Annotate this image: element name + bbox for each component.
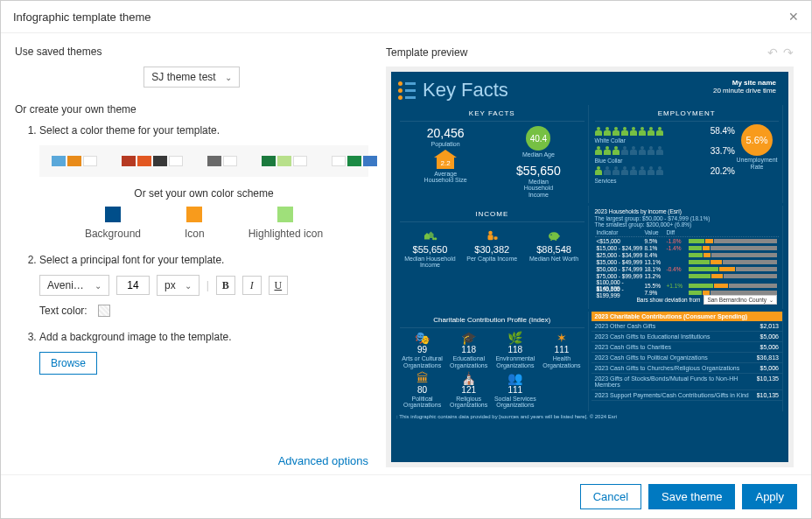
svg-marker-1 [429, 231, 434, 238]
step-1: Select a color theme for your template. … [39, 124, 368, 240]
blue-collar-label: Blue Collar [595, 158, 736, 165]
piggy-icon [546, 228, 562, 242]
dialog-root: Infographic template theme ✕ Use saved t… [0, 0, 812, 519]
preview-frame: Key Facts My site name 20 minute drive t… [386, 67, 794, 467]
font-family-dropdown[interactable]: Aveni… ⌄ [39, 275, 109, 296]
median-hh-income-label: Median Household Income [494, 179, 582, 199]
step-3: Add a background image to the template. … [39, 331, 368, 375]
redo-icon[interactable]: ↷ [783, 46, 794, 60]
dev-dropdown[interactable]: San Bernardino County ⌄ [704, 295, 777, 305]
browse-button[interactable]: Browse [39, 352, 97, 375]
scheme-highlight-swatch[interactable] [277, 207, 293, 222]
charitable-icon: 🎓 [446, 331, 491, 345]
hh-title: 2023 Households by income (Esri) [595, 208, 780, 215]
text-color-label: Text color: [39, 305, 88, 317]
bold-button[interactable]: B [216, 276, 235, 295]
white-collar-pct: 58.4% [710, 126, 735, 136]
undo-redo-group: ↶ ↷ [767, 46, 794, 60]
step-2: Select a principal font for your templat… [39, 254, 368, 317]
scheme-icon-swatch[interactable] [186, 207, 202, 222]
chevron-down-icon: ⌄ [769, 297, 774, 303]
steps-list: Select a color theme for your template. … [15, 124, 368, 389]
dialog-body: Use saved themes SJ theme test ⌄ Or crea… [1, 33, 811, 474]
households-panel: 2023 Households by income (Esri) The lar… [592, 206, 784, 309]
contrib-row: 2023 Support Payments/Cash Contributions… [592, 390, 783, 401]
bullets-icon [398, 81, 416, 100]
contrib-row: 2023 Cash Gifts to Educational Instituti… [592, 332, 783, 342]
font-unit-value: px [164, 279, 176, 291]
key-facts-title: KEY FACTS [400, 108, 584, 122]
charitable-icon: 🏛 [400, 371, 444, 385]
dialog-header: Infographic template theme ✕ [1, 1, 811, 33]
undo-icon[interactable]: ↶ [767, 46, 778, 60]
apply-button[interactable]: Apply [742, 484, 797, 509]
charitable-cell: 🏛80Political Organizations [400, 371, 444, 409]
palette-1[interactable] [122, 156, 183, 166]
site-info: My site name 20 minute drive time [713, 79, 776, 95]
income-per-capita-val: $30,382 [464, 244, 521, 255]
footer-note: : This infographic contains data provide… [396, 411, 783, 419]
services-label: Services [595, 178, 736, 185]
font-size-input[interactable] [116, 276, 150, 295]
saved-theme-value: SJ theme test [151, 71, 215, 83]
advanced-options-link[interactable]: Advanced options [15, 447, 368, 467]
income-panel: INCOME $55,650 Median Household Income $… [396, 206, 589, 309]
employment-title: EMPLOYMENT [595, 108, 780, 122]
left-panel: Use saved themes SJ theme test ⌄ Or crea… [1, 33, 386, 474]
income-net-worth-label: Median Net Worth [526, 256, 583, 263]
hh-row: $35,000 - $49,99913.1% [595, 258, 780, 265]
scheme-icon-col: Icon [185, 207, 205, 240]
scheme-highlight-label: Highlighted icon [248, 228, 323, 240]
median-age-badge: 40.4 [526, 126, 550, 151]
charitable-cell: 🎓118Educational Organizations [446, 331, 491, 368]
cancel-button[interactable]: Cancel [580, 484, 641, 509]
white-collar-label: White Collar [595, 137, 736, 144]
font-unit-dropdown[interactable]: px ⌄ [157, 275, 200, 296]
scheme-background-swatch[interactable] [105, 207, 121, 222]
charitable-icon: 🎭 [400, 331, 444, 345]
close-icon[interactable]: ✕ [788, 10, 799, 24]
svg-point-8 [549, 232, 559, 240]
save-theme-button[interactable]: Save theme [648, 484, 735, 509]
step1-label: Select a color theme for your template. [39, 124, 220, 137]
infographic-title: Key Facts [423, 79, 508, 102]
text-color-swatch[interactable] [98, 305, 110, 317]
charitable-icon: 🌿 [493, 331, 537, 345]
palette-0[interactable] [52, 156, 97, 166]
chevron-down-icon: ⌄ [185, 281, 192, 291]
services-pct: 20.2% [710, 166, 735, 176]
italic-button[interactable]: I [242, 276, 262, 295]
palette-2[interactable] [207, 156, 237, 166]
income-title: INCOME [400, 208, 584, 222]
chevron-down-icon: ⌄ [225, 73, 232, 82]
saved-themes-label: Use saved themes [15, 46, 368, 58]
contrib-header: 2023 Charitable Contributions (Consumer … [592, 312, 783, 321]
contrib-row: 2023 Cash Gifts to Charities$5,006 [592, 342, 783, 353]
svg-point-3 [435, 237, 438, 240]
drive-time: 20 minute drive time [713, 87, 776, 95]
charitable-icon: 👥 [493, 371, 537, 385]
right-panel: Template preview ↶ ↷ [386, 33, 811, 474]
employment-panel: EMPLOYMENT 58.4% White Collar [592, 105, 784, 203]
dialog-title: Infographic template theme [13, 11, 151, 24]
underline-button[interactable]: U [269, 276, 288, 295]
svg-rect-11 [550, 239, 552, 241]
scheme-highlight-col: Highlighted icon [248, 207, 323, 240]
hh-size-label: Average Household Size [402, 171, 489, 184]
or-create-label: Or create your own theme [15, 103, 368, 116]
key-facts-panel: KEY FACTS 20,456 Population 2.2 Ave [396, 105, 589, 203]
palette-strip [39, 145, 368, 177]
person-coins-icon [484, 228, 500, 242]
scheme-background-col: Background [85, 207, 141, 240]
saved-theme-dropdown[interactable]: SJ theme test ⌄ [144, 67, 239, 88]
contrib-row: 2023 Gifts of Stocks/Bonds/Mutual Funds … [592, 374, 783, 390]
population-value: 20,456 [402, 126, 489, 140]
charitable-cell: 🌿118Environmental Organizations [493, 331, 537, 368]
svg-rect-12 [556, 239, 557, 241]
hh-row: $25,000 - $34,9998.4% [595, 251, 780, 258]
palette-3[interactable] [262, 156, 307, 166]
charitable-cell: 👥111Social Services Organizations [493, 371, 537, 409]
house-icon: 2.2 [434, 150, 457, 169]
income-median-hh-val: $55,650 [402, 244, 458, 255]
palette-4[interactable] [332, 156, 377, 166]
